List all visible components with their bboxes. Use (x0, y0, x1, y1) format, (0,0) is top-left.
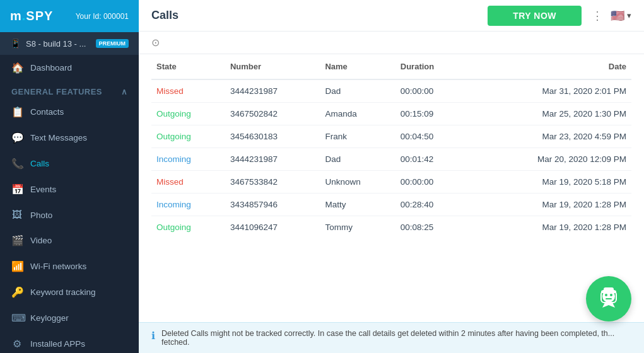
sidebar-label-video: Video (30, 236, 52, 245)
wifi-icon: 📶 (11, 260, 23, 272)
table-row: Outgoing 3454630183 Frank 00:04:50 Mar 2… (151, 125, 631, 148)
sidebar-item-video[interactable]: 🎬 Video (0, 228, 139, 253)
table-row: Outgoing 3467502842 Amanda 00:15:09 Mar … (151, 103, 631, 125)
table-row: Missed 3444231987 Dad 00:00:00 Mar 31, 2… (151, 79, 631, 103)
calls-table-wrapper: State Number Name Duration Date Missed 3… (139, 54, 644, 322)
info-bar: ℹ Deleted Calls might not be tracked cor… (139, 322, 644, 353)
calls-icon: 📞 (11, 158, 23, 170)
apps-icon: ⚙ (11, 338, 23, 350)
text-messages-icon: 💬 (11, 132, 23, 144)
col-name: Name (320, 54, 395, 79)
photo-icon: 🖼 (11, 209, 23, 221)
cell-number: 3467502842 (225, 103, 320, 125)
sidebar-header: m.SPY Your Id: 000001 (0, 0, 139, 32)
table-row: Incoming 3444231987 Dad 00:01:42 Mar 20,… (151, 148, 631, 171)
device-row[interactable]: 📱 S8 - build 13 - ... PREMIUM (0, 32, 139, 55)
cell-duration: 00:01:42 (395, 148, 468, 171)
filter-icon[interactable]: ⊙ (151, 37, 160, 49)
cell-name: Tommy (320, 216, 395, 239)
sidebar-label-keyword: Keyword tracking (30, 287, 96, 297)
cell-duration: 00:28:40 (395, 194, 468, 216)
sidebar-item-installed-apps[interactable]: ⚙ Installed APPs (0, 331, 139, 353)
sidebar-label-calls: Calls (30, 159, 49, 168)
col-number: Number (225, 54, 320, 79)
sidebar-item-keylogger[interactable]: ⌨ Keylogger (0, 305, 139, 331)
cell-duration: 00:00:00 (395, 171, 468, 194)
svg-rect-9 (601, 291, 616, 293)
cell-number: 3467533842 (225, 171, 320, 194)
cell-state: Incoming (151, 194, 225, 216)
section-header-general: GENERAL FEATURES ∧ (0, 81, 139, 99)
sidebar-item-contacts[interactable]: 📋 Contacts (0, 99, 139, 125)
sidebar-label-events: Events (30, 185, 56, 194)
sidebar-label-wifi: Wi-Fi networks (30, 262, 86, 271)
premium-badge: PREMIUM (96, 39, 129, 48)
cell-date: Mar 19, 2020 1:28 PM (468, 216, 632, 239)
info-icon: ℹ (151, 330, 155, 342)
sidebar-item-wifi-networks[interactable]: 📶 Wi-Fi networks (0, 253, 139, 279)
sidebar-item-dashboard[interactable]: 🏠 Dashboard (0, 55, 139, 81)
cell-duration: 00:15:09 (395, 103, 468, 125)
try-now-button[interactable]: TRY NOW (488, 6, 582, 26)
sidebar: m.SPY Your Id: 000001 📱 S8 - build 13 - … (0, 0, 139, 353)
events-icon: 📅 (11, 183, 23, 195)
table-row: Missed 3467533842 Unknown 00:00:00 Mar 1… (151, 171, 631, 194)
svg-rect-3 (606, 298, 612, 299)
sidebar-label-keylogger: Keylogger (30, 313, 69, 323)
calls-table: State Number Name Duration Date Missed 3… (151, 54, 631, 238)
cell-date: Mar 31, 2020 2:01 PM (468, 79, 632, 103)
cell-number: 3444231987 (225, 148, 320, 171)
main-content: Calls TRY NOW ⋮ 🇺🇸 ▾ ⊙ State Number Name… (139, 0, 644, 353)
user-id: Your Id: 000001 (76, 12, 129, 21)
cell-state: Incoming (151, 148, 225, 171)
chat-bot-button[interactable] (586, 276, 631, 321)
svg-rect-8 (604, 287, 614, 292)
cell-duration: 00:04:50 (395, 125, 468, 148)
sidebar-item-photo[interactable]: 🖼 Photo (0, 202, 139, 228)
cell-name: Unknown (320, 171, 395, 194)
col-date: Date (468, 54, 632, 79)
cell-number: 3454630183 (225, 125, 320, 148)
cell-state: Missed (151, 171, 225, 194)
sidebar-label-photo: Photo (30, 211, 52, 220)
sidebar-label-contacts: Contacts (30, 107, 64, 117)
cell-state: Outgoing (151, 216, 225, 239)
keyword-icon: 🔑 (11, 286, 23, 298)
sidebar-item-keyword-tracking[interactable]: 🔑 Keyword tracking (0, 279, 139, 305)
android-icon: 📱 (10, 38, 21, 49)
cell-name: Dad (320, 148, 395, 171)
sidebar-item-events[interactable]: 📅 Events (0, 176, 139, 202)
sidebar-label-text-messages: Text Messages (30, 133, 87, 142)
top-bar: Calls TRY NOW ⋮ 🇺🇸 ▾ (139, 0, 644, 32)
cell-name: Amanda (320, 103, 395, 125)
cell-duration: 00:08:25 (395, 216, 468, 239)
table-header-row: State Number Name Duration Date (151, 54, 631, 79)
cell-number: 3441096247 (225, 216, 320, 239)
page-title: Calls (151, 9, 477, 22)
sidebar-item-calls[interactable]: 📞 Calls (0, 151, 139, 176)
section-label: GENERAL FEATURES (11, 87, 102, 96)
cell-date: Mar 19, 2020 5:18 PM (468, 171, 632, 194)
cell-date: Mar 23, 2020 4:59 PM (468, 125, 632, 148)
col-duration: Duration (395, 54, 468, 79)
cell-name: Frank (320, 125, 395, 148)
cell-date: Mar 20, 2020 12:09 PM (468, 148, 632, 171)
keylogger-icon: ⌨ (11, 312, 23, 324)
language-selector[interactable]: 🇺🇸 ▾ (611, 9, 631, 23)
cell-name: Dad (320, 79, 395, 103)
cell-duration: 00:00:00 (395, 79, 468, 103)
logo: m.SPY (10, 9, 53, 23)
table-row: Incoming 3434857946 Matty 00:28:40 Mar 1… (151, 194, 631, 216)
cell-state: Outgoing (151, 103, 225, 125)
collapse-icon: ∧ (121, 87, 128, 96)
more-options-icon[interactable]: ⋮ (592, 9, 603, 23)
contacts-icon: 📋 (11, 106, 23, 118)
cell-date: Mar 25, 2020 1:30 PM (468, 103, 632, 125)
info-text: Deleted Calls might not be tracked corre… (161, 329, 631, 347)
sidebar-label-apps: Installed APPs (30, 339, 85, 349)
sidebar-item-text-messages[interactable]: 💬 Text Messages (0, 125, 139, 151)
svg-point-1 (605, 294, 607, 296)
cell-number: 3434857946 (225, 194, 320, 216)
top-bar-right: ⋮ 🇺🇸 ▾ (592, 9, 631, 23)
table-row: Outgoing 3441096247 Tommy 00:08:25 Mar 1… (151, 216, 631, 239)
